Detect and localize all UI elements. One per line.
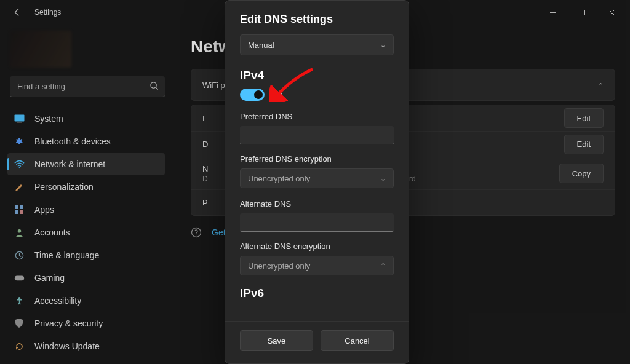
chevron-down-icon: ⌃ [380, 262, 386, 270]
preferred-dns-enc-select[interactable]: Unencrypted only ⌄ [240, 168, 394, 188]
ipv4-toggle-label: On [271, 90, 282, 100]
dialog-title: Edit DNS settings [225, 1, 409, 34]
dns-mode-select[interactable]: Manual ⌄ [240, 34, 394, 55]
cancel-button[interactable]: Cancel [321, 330, 394, 351]
chevron-down-icon: ⌄ [380, 41, 386, 49]
chevron-down-icon: ⌄ [380, 175, 386, 183]
save-button[interactable]: Save [240, 330, 313, 351]
ipv4-heading: IPv4 [240, 69, 394, 82]
preferred-dns-enc-label: Preferred DNS encryption [240, 154, 394, 164]
alternate-dns-enc-select[interactable]: Unencrypted only ⌃ [240, 256, 394, 275]
preferred-dns-label: Preferred DNS [240, 112, 394, 121]
alternate-dns-label: Alternate DNS [240, 199, 394, 208]
ipv4-toggle[interactable] [240, 89, 265, 101]
preferred-dns-input[interactable] [240, 126, 394, 144]
settings-window: Settings System ✱ [0, 0, 630, 364]
ipv6-heading: IPv6 [240, 287, 394, 300]
alternate-dns-enc-label: Alternate DNS encryption [240, 242, 394, 251]
alternate-dns-input[interactable] [240, 213, 394, 232]
dns-settings-dialog: Edit DNS settings Manual ⌄ IPv4 On Prefe… [225, 0, 409, 364]
